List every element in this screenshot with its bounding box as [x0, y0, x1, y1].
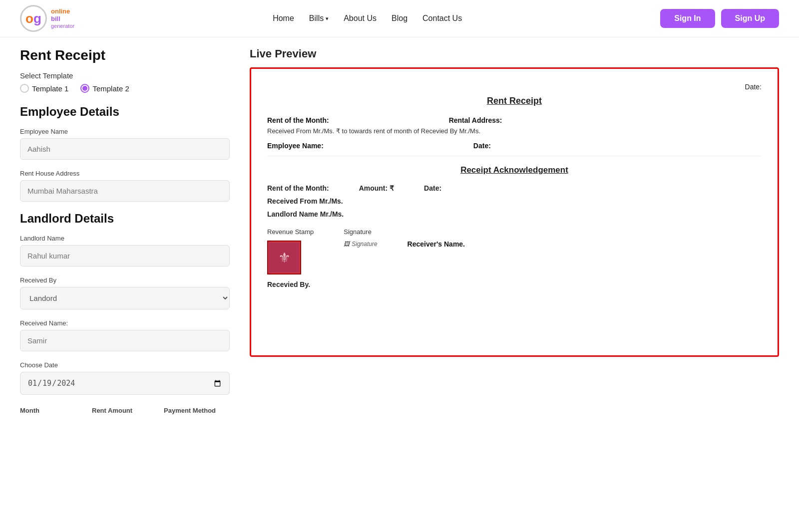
received-from-text: Received From Mr./Ms. ₹ to towards rent … [267, 127, 762, 135]
choose-date-input[interactable] [20, 372, 230, 395]
ack-landlord-name: Landlord Name Mr./Ms. [267, 210, 762, 218]
choose-date-group: Choose Date [20, 361, 230, 395]
landlord-name-label: Landlord Name [20, 235, 230, 242]
logo-line2: bill [51, 15, 74, 23]
nav-blog[interactable]: Blog [392, 14, 407, 23]
signature-placeholder: Signature [344, 241, 377, 248]
received-name-label: Received Name: [20, 319, 230, 327]
template-options: Template 1 Template 2 [20, 84, 230, 93]
logo-text: online bill generator [51, 7, 74, 29]
ack-title: Receipt Acknowledgement [267, 165, 762, 175]
preview-main-title: Rent Receipt [267, 96, 762, 106]
revenue-stamp-image: ⚜ [267, 241, 301, 274]
ack-date-label: Date: [424, 184, 441, 192]
received-by-footer: Recevied By. [267, 280, 762, 288]
payment-method-col-header: Payment Method [164, 407, 230, 414]
employee-details-title: Employee Details [20, 105, 230, 119]
signin-button[interactable]: Sign In [660, 9, 715, 28]
live-preview-title: Live Preview [250, 47, 779, 60]
signup-button[interactable]: Sign Up [721, 9, 779, 28]
rent-address-label: Rent House Address [20, 170, 230, 177]
received-by-select[interactable]: Landord [20, 287, 230, 309]
ack-rent-label: Rent of the Month: [267, 184, 329, 192]
month-col-header: Month [20, 407, 86, 414]
nav-home[interactable]: Home [273, 14, 294, 23]
rent-address-input[interactable] [20, 180, 230, 202]
navbar: og online bill generator Home Bills ▾ Ab… [0, 0, 799, 37]
received-by-group: Received By Landord [20, 276, 230, 309]
ack-rent-row: Rent of the Month: Amount: ₹ Date: [267, 184, 762, 192]
logo-letters: og [25, 11, 41, 26]
template-2-radio[interactable] [80, 84, 89, 93]
receiver-col: Receiver's Name. [407, 228, 465, 248]
stamp-row: Revenue Stamp ⚜ Signature Signature Rece… [267, 228, 762, 274]
logo-g: g [33, 11, 41, 26]
stamp-inner: ⚜ [269, 243, 299, 272]
employee-name-input[interactable] [20, 138, 230, 160]
preview-date2-label: Date: [473, 142, 491, 150]
employee-name-label: Employee Name [20, 128, 230, 135]
left-panel: Rent Receipt Select Template Template 1 … [20, 47, 230, 414]
chevron-down-icon: ▾ [326, 15, 329, 22]
template-2-option[interactable]: Template 2 [80, 84, 129, 93]
stamp-label: Revenue Stamp [267, 228, 314, 236]
nav-bills[interactable]: Bills ▾ [309, 14, 329, 23]
logo-o: o [25, 11, 33, 26]
preview-box: Date: Rent Receipt Rent of the Month: Re… [250, 67, 779, 357]
preview-date-row: Date: [267, 83, 762, 91]
table-header-row: Month Rent Amount Payment Method [20, 407, 230, 414]
ack-received-from: Received From Mr./Ms. [267, 197, 762, 205]
landlord-name-input[interactable] [20, 245, 230, 266]
employee-name-group: Employee Name [20, 128, 230, 160]
preview-date-label: Date: [745, 83, 762, 91]
logo-line1: online [51, 7, 74, 15]
rental-address-label: Rental Address: [449, 116, 502, 124]
main-layout: Rent Receipt Select Template Template 1 … [0, 37, 799, 424]
select-template-label: Select Template [20, 71, 230, 80]
rent-amount-col-header: Rent Amount [92, 407, 158, 414]
preview-rent-month-row: Rent of the Month: Rental Address: [267, 116, 762, 124]
logo-area: og online bill generator [20, 5, 74, 32]
preview-employee-name-label: Employee Name: [267, 142, 324, 150]
nav-links: Home Bills ▾ About Us Blog Contact Us [273, 14, 462, 23]
nav-contact[interactable]: Contact Us [422, 14, 462, 23]
template-1-radio[interactable] [20, 84, 29, 93]
signature-label: Signature [344, 228, 372, 236]
landlord-name-group: Landlord Name [20, 235, 230, 266]
rent-address-group: Rent House Address [20, 170, 230, 202]
stamp-icon: ⚜ [278, 250, 291, 266]
signature-col: Signature Signature [344, 228, 377, 248]
divider [267, 156, 762, 156]
right-panel: Live Preview Date: Rent Receipt Rent of … [250, 47, 779, 357]
rent-month-label: Rent of the Month: [267, 116, 329, 124]
received-by-label: Received By [20, 276, 230, 284]
template-2-label: Template 2 [92, 84, 129, 93]
template-1-option[interactable]: Template 1 [20, 84, 68, 93]
template-1-label: Template 1 [32, 84, 68, 93]
preview-employee-date-row: Employee Name: Date: [267, 142, 762, 150]
nav-about[interactable]: About Us [344, 14, 377, 23]
received-name-group: Received Name: [20, 319, 230, 351]
landlord-details-title: Landlord Details [20, 212, 230, 226]
stamp-col: Revenue Stamp ⚜ [267, 228, 314, 274]
logo-line3: generator [51, 23, 74, 29]
received-name-input[interactable] [20, 330, 230, 351]
page-title: Rent Receipt [20, 47, 230, 63]
ack-amount-label: Amount: ₹ [359, 184, 394, 192]
choose-date-label: Choose Date [20, 361, 230, 369]
receiver-name-label: Receiver's Name. [407, 240, 465, 248]
nav-buttons: Sign In Sign Up [660, 9, 779, 28]
logo-icon: og [20, 5, 47, 32]
sig-text: Signature [352, 241, 377, 248]
